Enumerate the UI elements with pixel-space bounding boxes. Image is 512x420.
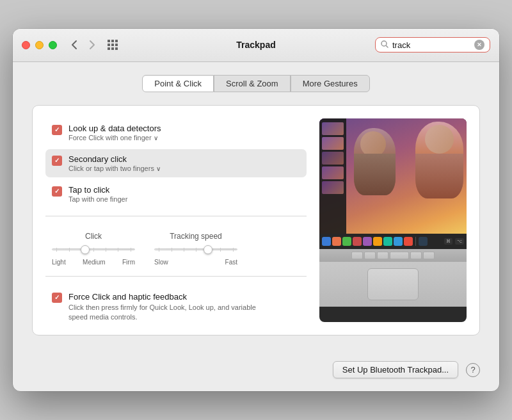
click-slider-group: Click xyxy=(52,232,135,266)
setting-secondary-click: ✓ Secondary click Click or tap with two … xyxy=(45,149,307,177)
dock-icon-8 xyxy=(394,237,403,246)
key-4 xyxy=(410,252,422,259)
force-click-sublabel: Click then press firmly for Quick Look, … xyxy=(68,303,260,323)
check-icon-3: ✓ xyxy=(54,188,60,195)
key-3 xyxy=(377,252,388,259)
click-label-light: Light xyxy=(52,259,66,266)
traffic-lights xyxy=(22,41,57,49)
setting-lookup-sublabel: Force Click with one finger ∨ xyxy=(68,134,161,141)
key-5 xyxy=(423,252,435,259)
dock-separator xyxy=(415,237,416,246)
trackpad-preview: ⌘ ⌥ xyxy=(319,118,467,323)
nav-buttons xyxy=(67,38,99,52)
search-clear-button[interactable]: ✕ xyxy=(474,40,484,50)
dock-icon-5 xyxy=(363,237,372,246)
dock-icon-10 xyxy=(419,237,428,246)
dock-icon-7 xyxy=(383,237,392,246)
settings-list: ✓ Look up & data detectors Force Click w… xyxy=(45,118,307,323)
trackpad-hardware-body xyxy=(319,262,467,307)
key-label-command: ⌘ xyxy=(444,238,452,245)
checkbox-tap-to-click[interactable]: ✓ xyxy=(52,186,62,197)
tab-scroll-zoom[interactable]: Scroll & Zoom xyxy=(214,75,291,92)
minimize-button[interactable] xyxy=(35,41,44,49)
tracking-label-fast: Fast xyxy=(225,259,237,266)
tab-point-click[interactable]: Point & Click xyxy=(142,75,214,92)
grid-icon[interactable] xyxy=(106,38,120,52)
setup-bluetooth-button[interactable]: Set Up Bluetooth Trackpad... xyxy=(333,361,458,378)
check-icon-4: ✓ xyxy=(54,294,60,301)
dock-bar: ⌘ ⌥ xyxy=(319,234,467,249)
photo-thumb-2 xyxy=(322,137,344,150)
trackpad-screen xyxy=(319,118,467,234)
key-1 xyxy=(351,252,363,259)
tabs: Point & Click Scroll & Zoom More Gesture… xyxy=(32,75,480,92)
dock-icon-2 xyxy=(332,237,341,246)
photo-background xyxy=(319,118,467,234)
close-button[interactable] xyxy=(22,41,30,49)
person-2 xyxy=(354,128,396,195)
maximize-button[interactable] xyxy=(49,41,57,49)
tracking-slider-thumb[interactable] xyxy=(204,245,212,254)
force-click-label: Force Click and haptic feedback xyxy=(68,292,260,302)
sliders-section: Click xyxy=(45,224,307,268)
tracking-label-slow: Slow xyxy=(154,259,168,266)
photo-thumb-3 xyxy=(322,152,344,165)
apps-grid-dots xyxy=(108,40,118,50)
trackpad-pad xyxy=(367,268,419,300)
dock-icon-3 xyxy=(342,237,351,246)
photo-sidebar xyxy=(319,118,346,234)
svg-line-1 xyxy=(387,45,388,47)
window-title: Trackpad xyxy=(236,40,275,50)
titlebar: Trackpad ✕ xyxy=(13,29,499,62)
tracking-slider-title: Tracking speed xyxy=(170,232,222,241)
click-slider-thumb[interactable] xyxy=(81,245,90,254)
key-spacebar xyxy=(390,252,409,259)
main-panel: ✓ Look up & data detectors Force Click w… xyxy=(32,105,480,336)
force-click-item: ✓ Force Click and haptic feedback Click … xyxy=(52,292,300,323)
setting-secondary-text: Secondary click Click or tap with two fi… xyxy=(68,154,161,172)
check-icon-2: ✓ xyxy=(54,157,60,164)
setting-lookup-text: Look up & data detectors Force Click wit… xyxy=(68,124,161,141)
setting-tap-text: Tap to click Tap with one finger xyxy=(68,185,127,203)
dock-icon-1 xyxy=(322,237,331,246)
click-label-medium: Medium xyxy=(83,259,106,266)
dock-icon-6 xyxy=(373,237,382,246)
click-slider-title: Click xyxy=(85,232,102,241)
separator-2 xyxy=(45,276,307,277)
checkbox-secondary-click[interactable]: ✓ xyxy=(52,156,62,166)
setting-tap-label: Tap to click xyxy=(68,185,127,195)
forward-button[interactable] xyxy=(85,38,99,52)
clear-icon: ✕ xyxy=(477,42,482,48)
search-icon xyxy=(381,40,388,50)
setting-secondary-label: Secondary click xyxy=(68,154,161,164)
sliders-row: Click xyxy=(52,232,300,266)
photo-thumb-1 xyxy=(322,122,344,135)
tracking-slider-group: Tracking speed xyxy=(154,232,237,266)
setting-tap-sublabel: Tap with one finger xyxy=(68,195,127,203)
tab-more-gestures[interactable]: More Gestures xyxy=(291,75,370,92)
setting-lookup-label: Look up & data detectors xyxy=(68,124,161,133)
dock-icon-4 xyxy=(353,237,362,246)
content-area: Point & Click Scroll & Zoom More Gesture… xyxy=(13,62,499,351)
force-click-text: Force Click and haptic feedback Click th… xyxy=(68,292,260,323)
lookup-dropdown-arrow[interactable]: ∨ xyxy=(154,134,158,141)
help-button[interactable]: ? xyxy=(466,363,480,377)
force-click-section: ✓ Force Click and haptic feedback Click … xyxy=(45,292,307,323)
setting-secondary-sublabel: Click or tap with two fingers ∨ xyxy=(68,165,161,172)
secondary-dropdown-arrow[interactable]: ∨ xyxy=(156,165,161,172)
search-input[interactable] xyxy=(392,40,470,50)
search-bar[interactable]: ✕ xyxy=(375,37,490,52)
check-icon: ✓ xyxy=(54,126,60,133)
checkbox-lookup[interactable]: ✓ xyxy=(52,125,62,135)
photo-thumb-4 xyxy=(322,166,344,179)
separator-1 xyxy=(45,216,307,216)
keyboard-area xyxy=(319,249,467,262)
photo-thumb-5 xyxy=(322,181,344,194)
back-button[interactable] xyxy=(67,38,81,52)
trackpad-window: Trackpad ✕ Point & Click Scroll & Zoom xyxy=(13,29,499,392)
dock-icon-9 xyxy=(404,237,413,246)
checkbox-force-click[interactable]: ✓ xyxy=(52,293,62,303)
main-photo xyxy=(349,118,467,234)
click-label-firm: Firm xyxy=(122,259,135,266)
bottom-bar: Set Up Bluetooth Trackpad... ? xyxy=(13,351,499,391)
